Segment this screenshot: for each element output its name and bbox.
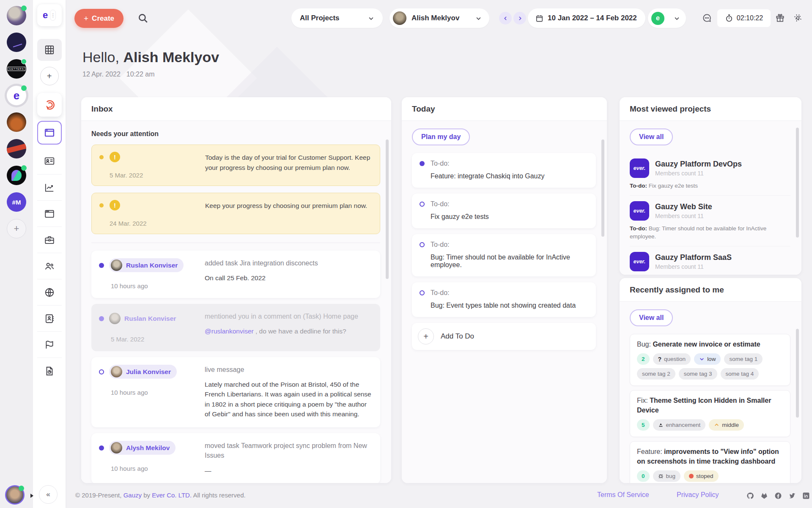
workspace-avatar-3[interactable] [7,112,26,132]
notification-action: live message [205,365,373,374]
tag-question[interactable]: ?question [653,353,691,365]
today-scrollbar[interactable] [601,139,604,237]
view-all-tasks-button[interactable]: View all [630,309,673,326]
mention-link[interactable]: @ruslankonviser [205,328,254,335]
task-card[interactable]: Feature: improvements to "View info" opt… [630,441,790,483]
sidebar-item-time-tracker[interactable] [37,93,62,117]
project-row[interactable]: ever. Gauzy Platform SaaS Members count … [630,246,790,275]
tag-status-stoped[interactable]: stoped [684,470,719,482]
tag-priority-middle[interactable]: middle [709,419,744,431]
view-all-projects-button[interactable]: View all [630,128,673,145]
linkedin-icon[interactable] [802,492,810,500]
sidebar-item-teams[interactable] [37,253,62,279]
read-dot [99,316,104,321]
sidebar-item-reports[interactable] [37,358,62,384]
add-workspace-button[interactable]: + [7,219,26,238]
trial-alert-card[interactable]: ! 24 Mar. 2022 Keep your progress by cho… [91,193,380,234]
employee-filter-dropdown[interactable]: Alish Meklyov [390,8,489,28]
online-dot [21,165,27,171]
user-chip[interactable]: Julia Konviser [109,365,177,379]
privacy-policy-link[interactable]: Privacy Policy [677,491,719,499]
workspace-avatar-hm[interactable]: #M [7,192,26,212]
todo-item[interactable]: To-do: Fix gauzy e2e tests [412,194,596,228]
chat-button[interactable] [702,13,712,23]
tag-generic[interactable]: some tag 1 [724,353,763,365]
collapse-sidebar-button[interactable]: « [39,485,58,504]
settings-button[interactable] [793,13,803,23]
trial-alert-card[interactable]: ! 5 Mar. 2022 Today is the day of your t… [91,145,380,186]
notification-detail: — [205,466,373,475]
workspace-avatar-2[interactable] [7,33,26,52]
user-chip[interactable]: Ruslan Konviser [109,258,184,272]
workspace-avatar-getters[interactable]: GETTERS [7,59,26,79]
tag-enhancement[interactable]: enhancement [653,419,706,431]
add-todo-button[interactable]: + Add To Do [412,323,596,350]
date-next-button[interactable] [513,12,526,25]
todo-item[interactable]: To-do: Feature: integrate Chaskiq into G… [412,153,596,188]
tag-generic[interactable]: some tag 3 [679,368,717,380]
sidebar-item-goals[interactable] [37,331,62,358]
sidebar-item-contacts[interactable] [37,305,62,331]
sidebar-item-jobs[interactable] [37,227,62,253]
notification-item[interactable]: Ruslan Konviser 10 hours ago added task … [91,251,380,298]
sidebar-item-projects[interactable] [37,200,62,227]
todo-item[interactable]: To-do: Bug: Event types table not showin… [412,282,596,317]
twitter-icon[interactable] [788,492,796,500]
sidebar-item-focus-active[interactable] [37,121,62,145]
project-row[interactable]: ever. Gauzy Platform DevOps Members coun… [630,153,790,195]
user-chip[interactable]: Ruslan Konviser [109,311,182,325]
assigned-scrollbar[interactable] [796,329,799,418]
workspace-avatar-ever-selected[interactable]: e [7,86,26,105]
todo-item[interactable]: To-do: Bug: Timer should not be availabl… [412,234,596,276]
workspace-avatar-5[interactable] [7,166,26,185]
expand-arrow-icon[interactable] [30,494,33,498]
organization-dropdown[interactable]: e [648,8,686,28]
tag-generic[interactable]: some tag 4 [721,368,759,380]
sidebar-item-analytics[interactable] [37,174,62,200]
user-chip[interactable]: Alysh Mekilov [109,441,176,455]
greeting-datetime: 12 Apr. 202210:22 am [82,71,219,78]
date-range-picker[interactable]: 10 Jan 2022 – 14 Feb 2022 [528,8,645,28]
grid-icon [44,44,55,55]
employee-filter-value: Alish Meklyov [411,14,459,22]
terms-of-service-link[interactable]: Terms Of Service [597,491,649,499]
sidebar-item-employees[interactable] [37,148,62,174]
date-prev-button[interactable] [499,12,512,25]
facebook-icon[interactable] [774,492,782,500]
search-button[interactable] [137,13,148,24]
today-body: Plan my day To-do: Feature: integrate Ch… [402,121,607,483]
tag-bug[interactable]: bug [653,470,681,482]
github-icon[interactable] [746,492,754,500]
todo-done-dot[interactable] [420,161,425,166]
todo-open-dot[interactable] [420,242,425,247]
ever-co-link[interactable]: Ever Co. LTD. [152,492,192,499]
plan-my-day-button[interactable]: Plan my day [412,128,470,145]
todo-open-dot[interactable] [420,202,425,207]
notification-item-read[interactable]: Ruslan Konviser 5 Mar. 2022 mentioned yo… [91,304,380,351]
workspace-avatar-4[interactable] [7,139,26,158]
gitlab-icon[interactable] [760,492,768,500]
sidebar-item-add[interactable]: + [37,67,62,85]
rewards-button[interactable] [775,13,785,23]
todo-open-dot[interactable] [420,290,425,295]
task-card[interactable]: Fix: Theme Setting Icon Hidden in Smalle… [630,390,790,437]
projects-scrollbar[interactable] [796,128,799,238]
tag-priority-low[interactable]: low [694,353,721,365]
sidebar-item-dashboard[interactable] [37,39,62,61]
project-row[interactable]: ever. Gauzy Web Site Members count 11 To… [630,195,790,246]
sidebar-item-organization[interactable] [37,279,62,305]
gauzy-link[interactable]: Gauzy [123,492,142,499]
timer-widget[interactable]: 02:10:22 [717,9,771,27]
notification-item[interactable]: Julia Konviser 10 hours ago live message… [91,357,380,427]
report-icon [44,366,55,377]
tag-generic[interactable]: some tag 2 [637,368,675,380]
projects-filter-dropdown[interactable]: All Projects [291,8,383,28]
inbox-scrollbar[interactable] [386,139,389,279]
current-user-avatar[interactable] [5,485,25,505]
project-todo: To-do: Bug: Timer should not be availabl… [630,224,790,241]
chat-icon [702,13,712,23]
greeting-user-name: Alish Meklyov [123,49,219,65]
create-button[interactable]: + Create [74,9,123,28]
notification-item[interactable]: Alysh Mekilov 10 hours ago moved task Te… [91,433,380,483]
task-card[interactable]: Bug: Generate new invoice or estimate 2 … [630,334,790,386]
